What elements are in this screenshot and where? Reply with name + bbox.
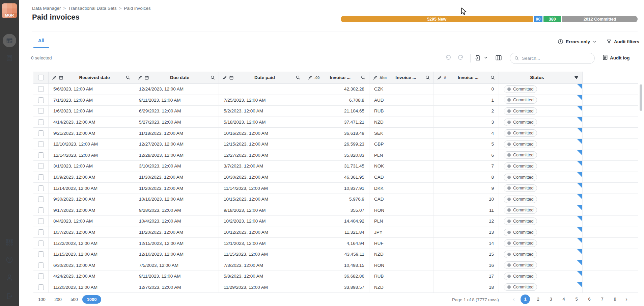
next-page-button[interactable]: › <box>621 295 632 304</box>
cell-paid[interactable] <box>219 84 304 95</box>
row-checkbox[interactable] <box>38 141 44 147</box>
cell-due[interactable]: 3/10/2023, 12:00 AM <box>134 161 219 172</box>
cell-number[interactable]: 1 <box>434 95 499 106</box>
sidebar-item-apps[interactable] <box>6 238 13 246</box>
cell-due[interactable]: 11/30/2023, 12:00 AM <box>134 172 219 183</box>
cell-number[interactable]: 16 <box>434 260 499 271</box>
cell-select[interactable] <box>33 161 49 172</box>
export-button[interactable] <box>474 54 481 61</box>
cell-status[interactable]: Committed <box>499 183 583 194</box>
page-button-4[interactable]: 4 <box>557 295 570 304</box>
cell-currency[interactable]: CAD <box>369 172 434 183</box>
cell-due[interactable]: 5/27/2023, 12:00 AM <box>134 117 219 128</box>
cell-select[interactable] <box>33 249 49 260</box>
cell-select[interactable] <box>33 183 49 194</box>
page-button-7[interactable]: 7 <box>596 295 609 304</box>
cell-status[interactable]: Committed <box>499 150 583 161</box>
row-checkbox[interactable] <box>38 207 44 213</box>
cell-received[interactable]: 5/6/2023, 12:00 AM <box>49 84 134 95</box>
cell-amount[interactable]: 11,321.84 <box>304 227 369 238</box>
cell-received[interactable]: 4/24/2023, 12:00 AM <box>49 271 134 282</box>
cell-received[interactable]: 6/30/2023, 12:00 AM <box>49 260 134 271</box>
cell-received[interactable]: 11/15/2023, 12:00 AM <box>49 249 134 260</box>
cell-select[interactable] <box>33 106 49 117</box>
cell-amount[interactable]: 21,104.65 <box>304 106 369 117</box>
row-checkbox[interactable] <box>38 185 44 191</box>
cell-currency[interactable]: RUB <box>369 271 434 282</box>
cell-number[interactable]: 13 <box>434 227 499 238</box>
cell-status[interactable]: Committed <box>499 106 583 117</box>
cell-currency[interactable]: HUF <box>369 238 434 249</box>
column-search-icon[interactable] <box>361 75 366 80</box>
page-size-100[interactable]: 100 <box>34 295 50 304</box>
sidebar-item-datasets[interactable] <box>3 34 16 47</box>
cell-due[interactable]: 7/5/2023, 12:00 AM <box>134 260 219 271</box>
cell-paid[interactable]: 10/30/2023, 12:00 AM <box>219 172 304 183</box>
column-search-icon[interactable] <box>425 75 430 80</box>
cell-received[interactable]: 9/17/2023, 12:00 AM <box>49 205 134 216</box>
cell-received[interactable]: 12/10/2023, 12:00 AM <box>49 139 134 150</box>
cell-currency[interactable]: SEK <box>369 128 434 138</box>
sidebar-item-catalog[interactable] <box>6 54 13 62</box>
row-checkbox[interactable] <box>38 262 44 268</box>
cell-number[interactable]: 9 <box>434 183 499 194</box>
sidebar-item-logout[interactable] <box>6 292 13 300</box>
cell-paid[interactable]: 7/25/2023, 12:00 AM <box>219 95 304 106</box>
page-button-2[interactable]: 2 <box>532 295 544 304</box>
cell-number[interactable]: 2 <box>434 106 499 117</box>
cell-currency[interactable]: JPY <box>369 227 434 238</box>
cell-received[interactable]: 3/1/2023, 12:00 AM <box>49 161 134 172</box>
cell-status[interactable]: Committed <box>499 205 583 216</box>
redo-button[interactable] <box>457 54 464 61</box>
audit-log-button[interactable]: Audit log <box>610 55 629 60</box>
column-header-number[interactable]: #Invoice ... <box>434 72 499 83</box>
row-checkbox[interactable] <box>38 163 44 169</box>
breadcrumb-item[interactable]: Data Manager <box>32 6 61 11</box>
page-button-5[interactable]: 5 <box>570 295 583 304</box>
errors-only-toggle[interactable]: Errors only <box>558 39 597 45</box>
cell-received[interactable]: 1/6/2023, 12:00 AM <box>49 106 134 117</box>
row-checkbox[interactable] <box>38 86 44 92</box>
row-checkbox[interactable] <box>38 251 44 257</box>
cell-number[interactable]: 18 <box>434 282 499 293</box>
cell-paid[interactable]: 10/2/2023, 12:00 AM <box>219 216 304 227</box>
cell-due[interactable]: 11/20/2023, 12:00 AM <box>134 183 219 194</box>
cell-paid[interactable]: 12/27/2023, 12:00 AM <box>219 150 304 161</box>
cell-select[interactable] <box>33 260 49 271</box>
search-input[interactable] <box>522 56 590 61</box>
page-size-1000[interactable]: 1000 <box>82 295 101 304</box>
cell-amount[interactable]: 4,164.94 <box>304 238 369 249</box>
cell-paid[interactable]: 5/18/2023, 12:00 AM <box>219 117 304 128</box>
page-button-6[interactable]: 6 <box>583 295 596 304</box>
row-checkbox[interactable] <box>38 130 44 136</box>
cell-received[interactable]: 9/21/2023, 12:00 AM <box>49 128 134 138</box>
cell-select[interactable] <box>33 227 49 238</box>
row-checkbox[interactable] <box>38 218 44 224</box>
cell-currency[interactable]: CAD <box>369 194 434 205</box>
column-header-status[interactable]: Status <box>499 72 583 83</box>
cell-amount[interactable]: 36,682.86 <box>304 271 369 282</box>
cell-due[interactable]: 12/7/2023, 12:00 AM <box>134 282 219 293</box>
cell-amount[interactable]: 10,837.91 <box>304 183 369 194</box>
cell-amount[interactable]: 31,731.45 <box>304 161 369 172</box>
tab-all[interactable]: All <box>33 38 49 47</box>
breadcrumb-item[interactable]: Paid invoices <box>124 6 151 11</box>
cell-number[interactable]: 5 <box>434 139 499 150</box>
cell-due[interactable]: 9/11/2023, 12:00 AM <box>134 95 219 106</box>
row-checkbox[interactable] <box>38 229 44 235</box>
cell-amount[interactable]: 355.07 <box>304 205 369 216</box>
cell-number[interactable]: 6 <box>434 150 499 161</box>
row-checkbox[interactable] <box>38 108 44 114</box>
audit-filters-button[interactable]: Audit filters <box>606 39 639 44</box>
breadcrumb-item[interactable]: Transactional Data Sets <box>68 6 117 11</box>
cell-status[interactable]: Committed <box>499 84 583 95</box>
row-checkbox[interactable] <box>38 174 44 180</box>
columns-button[interactable] <box>495 54 502 61</box>
cell-paid[interactable]: 3/7/2023, 12:00 AM <box>219 161 304 172</box>
column-search-icon[interactable] <box>210 75 215 80</box>
cell-due[interactable]: 10/16/2023, 12:00 AM <box>134 194 219 205</box>
cell-paid[interactable]: 11/29/2023, 12:00 AM <box>219 282 304 293</box>
export-chevron-icon[interactable] <box>484 56 488 60</box>
cell-status[interactable]: Committed <box>499 139 583 150</box>
cell-amount[interactable]: 10,493.15 <box>304 260 369 271</box>
